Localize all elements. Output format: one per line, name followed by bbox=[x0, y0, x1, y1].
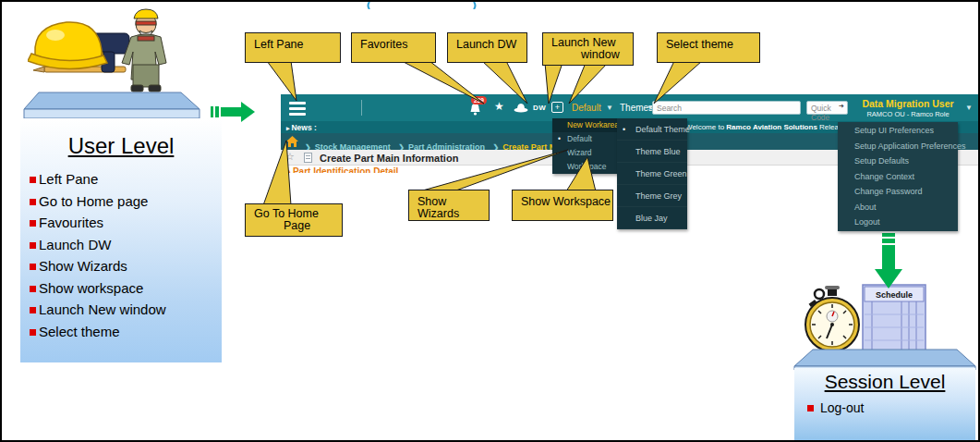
list-item: Left Pane bbox=[30, 168, 222, 190]
callout-launch-new-window: Launch New window bbox=[542, 32, 634, 66]
list-item: Launch New window bbox=[30, 299, 222, 321]
bullet-square-icon bbox=[30, 264, 36, 270]
list-item: Go to Home page bbox=[30, 190, 222, 213]
search-input[interactable]: Search bbox=[652, 101, 801, 115]
bullet-square-icon bbox=[30, 286, 36, 292]
user-dropdown-menu: Setup UI Preferences Setup Application P… bbox=[838, 122, 958, 231]
launch-dw-icon[interactable]: DW bbox=[533, 104, 546, 112]
svg-text:Schedule: Schedule bbox=[876, 290, 913, 300]
wizard-hat-icon[interactable] bbox=[514, 103, 528, 114]
user-level-platform bbox=[22, 91, 207, 120]
menu-item[interactable]: •Default Theme bbox=[617, 118, 687, 141]
callout-favorites: Favorites bbox=[351, 32, 436, 63]
bullet-square-icon bbox=[30, 242, 36, 249]
list-item: Launch DW bbox=[30, 234, 222, 256]
quick-code-go-icon[interactable]: ➜ bbox=[839, 103, 844, 110]
notification-badge: 239 bbox=[471, 96, 487, 104]
page-title: Create Part Main Information bbox=[320, 153, 458, 164]
menu-item[interactable]: •Blue Jay bbox=[617, 207, 687, 229]
menu-hamburger-icon[interactable] bbox=[289, 102, 306, 116]
callout-select-theme: Select theme bbox=[657, 32, 760, 63]
menu-item[interactable]: Logout bbox=[838, 215, 958, 230]
session-level-panel: Session Level Log-out bbox=[794, 368, 975, 442]
document-icon bbox=[304, 153, 312, 163]
menu-item[interactable]: About bbox=[838, 200, 958, 215]
menu-item[interactable]: •Theme Green bbox=[617, 163, 687, 185]
list-item: Show Wizards bbox=[30, 255, 222, 277]
list-item: Show workspace bbox=[30, 277, 222, 300]
app-top-bar: 239 ★ DW + Default ▼ Themes ▼ Search Qui… bbox=[281, 94, 978, 121]
favorites-star-icon[interactable]: ★ bbox=[494, 100, 504, 113]
menu-item[interactable]: •Theme Grey bbox=[617, 185, 687, 207]
bullet-square-icon bbox=[30, 199, 36, 205]
menu-item[interactable]: Setup UI Preferences bbox=[838, 123, 958, 139]
menu-item[interactable]: Change Context bbox=[838, 169, 958, 185]
chevron-down-icon[interactable]: ▼ bbox=[965, 104, 973, 112]
bullet-square-icon bbox=[30, 220, 36, 227]
callout-left-pane: Left Pane bbox=[245, 32, 341, 63]
menu-item[interactable]: Setup Application Preferences bbox=[838, 139, 958, 154]
bullet-square-icon bbox=[30, 329, 36, 336]
cropped-title-marks bbox=[362, 2, 487, 9]
welcome-text: Welcome to Ramco Aviation Solutions Rele… bbox=[685, 123, 853, 131]
session-level-title: Session Level bbox=[794, 371, 975, 393]
worker-clipart bbox=[28, 6, 177, 96]
favorite-page-star-icon[interactable]: ☆ bbox=[285, 151, 295, 163]
user-level-title: User Level bbox=[20, 133, 222, 159]
slide-canvas: User Level Left Pane Go to Home page Fav… bbox=[0, 0, 980, 442]
list-item: Favourites bbox=[30, 212, 222, 234]
session-level-list: Log-out bbox=[794, 400, 975, 415]
section-header-cropped: ⊕ Part Identification Detail bbox=[284, 166, 398, 173]
user-name: Data Migration User bbox=[853, 98, 962, 109]
flow-arrow-right-icon bbox=[211, 100, 257, 124]
divider bbox=[361, 100, 362, 116]
workarea-dropdown-trigger[interactable]: Default bbox=[572, 103, 601, 113]
news-label: ▸ News : bbox=[286, 123, 317, 132]
chevron-down-icon[interactable]: ▼ bbox=[606, 104, 613, 112]
bullet-square-icon bbox=[30, 177, 36, 183]
callout-show-workspace: Show Workspace bbox=[512, 190, 613, 221]
list-item: Log-out bbox=[807, 400, 975, 415]
bullet-square-icon bbox=[807, 405, 814, 411]
callout-launch-dw: Launch DW bbox=[447, 32, 527, 63]
themes-dropdown-menu: •Default Theme •Theme Blue •Theme Green … bbox=[617, 118, 687, 229]
list-item: Select theme bbox=[30, 321, 222, 343]
user-role: RAMCO OU - Ramco Role bbox=[853, 110, 962, 118]
menu-item[interactable]: Setup Defaults bbox=[838, 153, 958, 169]
flow-arrow-down-icon bbox=[874, 233, 903, 290]
new-window-icon[interactable]: + bbox=[551, 102, 563, 113]
notifications-bell-icon[interactable] bbox=[468, 103, 482, 116]
bullet-square-icon bbox=[30, 307, 36, 313]
callout-go-to-home: Go To Home Page bbox=[245, 203, 343, 237]
user-level-list: Left Pane Go to Home page Favourites Lau… bbox=[30, 168, 222, 342]
home-icon[interactable] bbox=[286, 136, 298, 147]
menu-item[interactable]: Change Password bbox=[838, 184, 958, 200]
user-level-panel: User Level Left Pane Go to Home page Fav… bbox=[20, 118, 222, 362]
callout-show-wizards: Show Wizards bbox=[408, 190, 490, 221]
menu-item[interactable]: •Theme Blue bbox=[617, 141, 687, 163]
user-menu-trigger[interactable]: Data Migration User RAMCO OU - Ramco Rol… bbox=[853, 98, 962, 118]
session-level-platform bbox=[792, 348, 977, 370]
